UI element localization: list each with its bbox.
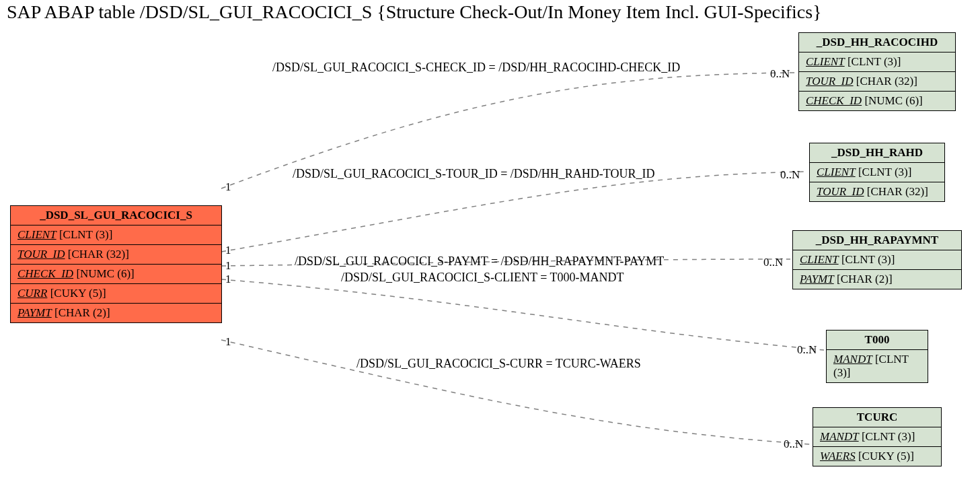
field-type: [CLNT (3)] — [862, 430, 915, 443]
relation-label: /DSD/SL_GUI_RACOCICI_S-TOUR_ID = /DSD/HH… — [293, 167, 655, 181]
field-row: CURR [CUKY (5)] — [11, 284, 221, 304]
entity-name: _DSD_HH_RAHD — [810, 143, 944, 163]
cardinality-right: 0..N — [797, 343, 817, 357]
field-key: CLIENT — [806, 55, 845, 68]
field-key: PAYMT — [17, 306, 52, 319]
field-key: TOUR_ID — [817, 185, 864, 198]
field-row: TOUR_ID [CHAR (32)] — [799, 72, 955, 92]
field-row: PAYMT [CHAR (2)] — [793, 270, 961, 289]
field-row: PAYMT [CHAR (2)] — [11, 304, 221, 322]
cardinality-right: 0..N — [770, 67, 790, 81]
entity-rahd: _DSD_HH_RAHD CLIENT [CLNT (3)] TOUR_ID [… — [809, 143, 945, 202]
field-key: CHECK_ID — [806, 94, 862, 107]
field-key: MANDT — [820, 430, 859, 443]
field-type: [CHAR (32)] — [867, 185, 928, 198]
entity-rapaymnt: _DSD_HH_RAPAYMNT CLIENT [CLNT (3)] PAYMT… — [792, 230, 962, 289]
field-type: [CHAR (32)] — [856, 75, 917, 88]
field-type: [CLNT (3)] — [858, 166, 911, 178]
field-row: CHECK_ID [NUMC (6)] — [799, 92, 955, 110]
relation-label: /DSD/SL_GUI_RACOCICI_S-CURR = TCURC-WAER… — [356, 357, 641, 371]
field-type: [CHAR (2)] — [837, 273, 893, 285]
field-key: PAYMT — [800, 273, 834, 285]
field-key: CLIENT — [17, 228, 56, 241]
field-row: CLIENT [CLNT (3)] — [799, 53, 955, 72]
field-type: [CHAR (2)] — [54, 306, 110, 319]
field-row: TOUR_ID [CHAR (32)] — [11, 245, 221, 265]
field-key: TOUR_ID — [17, 248, 65, 261]
field-key: CHECK_ID — [17, 267, 73, 280]
field-row: CLIENT [CLNT (3)] — [810, 163, 944, 182]
field-row: MANDT [CLNT (3)] — [813, 427, 941, 447]
relation-label: /DSD/SL_GUI_RACOCICI_S-CHECK_ID = /DSD/H… — [272, 61, 680, 75]
field-type: [CLNT (3)] — [847, 55, 901, 68]
entity-name: _DSD_HH_RACOCIHD — [799, 33, 955, 53]
field-key: CLIENT — [800, 253, 839, 266]
field-row: TOUR_ID [CHAR (32)] — [810, 182, 944, 201]
field-key: MANDT — [833, 353, 872, 366]
field-type: [CUKY (5)] — [50, 287, 106, 300]
field-row: CLIENT [CLNT (3)] — [11, 225, 221, 245]
entity-main-name: _DSD_SL_GUI_RACOCICI_S — [11, 206, 221, 225]
field-type: [NUMC (6)] — [864, 94, 922, 107]
field-key: CURR — [17, 287, 47, 300]
field-row: MANDT [CLNT (3)] — [827, 350, 928, 382]
field-type: [CUKY (5)] — [858, 450, 914, 462]
field-type: [NUMC (6)] — [76, 267, 134, 280]
relation-label: /DSD/SL_GUI_RACOCICI_S-CLIENT = T000-MAN… — [341, 271, 624, 285]
field-type: [CHAR (32)] — [68, 248, 129, 261]
entity-name: T000 — [827, 331, 928, 350]
field-row: CLIENT [CLNT (3)] — [793, 250, 961, 270]
cardinality-left: 1 — [225, 273, 231, 286]
entity-t000: T000 MANDT [CLNT (3)] — [826, 330, 928, 383]
entity-main: _DSD_SL_GUI_RACOCICI_S CLIENT [CLNT (3)]… — [10, 205, 222, 323]
entity-name: TCURC — [813, 408, 941, 427]
cardinality-left: 1 — [225, 335, 231, 349]
cardinality-right: 0..N — [763, 256, 783, 269]
cardinality-left: 1 — [225, 244, 231, 257]
relation-label: /DSD/SL_GUI_RACOCICI_S-PAYMT = /DSD/HH_R… — [295, 254, 664, 269]
entity-racocihd: _DSD_HH_RACOCIHD CLIENT [CLNT (3)] TOUR_… — [798, 32, 956, 111]
field-type: [CLNT (3)] — [841, 253, 895, 266]
cardinality-left: 1 — [225, 180, 231, 194]
entity-name: _DSD_HH_RAPAYMNT — [793, 231, 961, 250]
cardinality-right: 0..N — [784, 438, 803, 451]
cardinality-left: 1 — [225, 259, 231, 273]
field-key: TOUR_ID — [806, 75, 854, 88]
cardinality-right: 0..N — [780, 168, 800, 182]
field-key: WAERS — [820, 450, 856, 462]
field-type: [CLNT (3)] — [59, 228, 112, 241]
field-row: WAERS [CUKY (5)] — [813, 447, 941, 466]
page-title: SAP ABAP table /DSD/SL_GUI_RACOCICI_S {S… — [7, 1, 822, 23]
field-row: CHECK_ID [NUMC (6)] — [11, 265, 221, 284]
entity-tcurc: TCURC MANDT [CLNT (3)] WAERS [CUKY (5)] — [813, 407, 942, 466]
field-key: CLIENT — [817, 166, 856, 178]
